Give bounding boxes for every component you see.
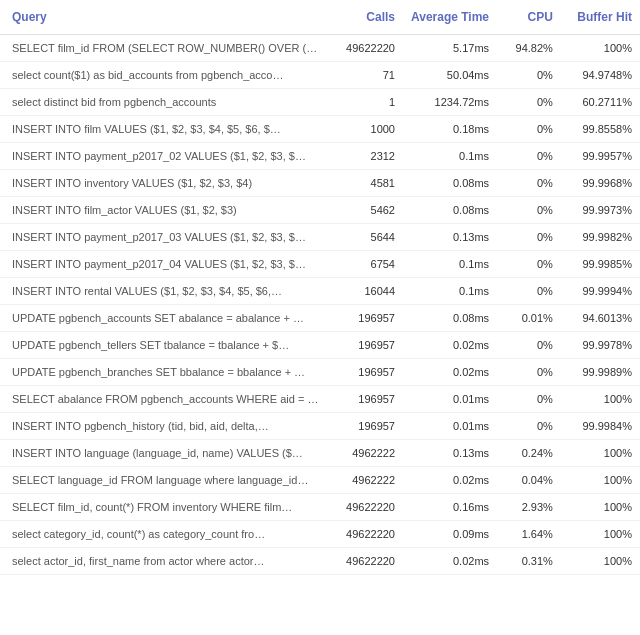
cell-calls: 196957 — [329, 359, 403, 386]
cell-buffer-hit: 94.9748% — [561, 62, 640, 89]
header-query[interactable]: Query — [0, 0, 329, 35]
cell-buffer-hit: 99.8558% — [561, 116, 640, 143]
cell-buffer-hit: 100% — [561, 467, 640, 494]
cell-avg-time: 0.02ms — [403, 467, 497, 494]
header-cpu[interactable]: CPU — [497, 0, 561, 35]
cell-calls: 49622220 — [329, 35, 403, 62]
table-row[interactable]: SELECT language_id FROM language where l… — [0, 467, 640, 494]
cell-buffer-hit: 100% — [561, 548, 640, 575]
table-row[interactable]: INSERT INTO film_actor VALUES ($1, $2, $… — [0, 197, 640, 224]
cell-avg-time: 5.17ms — [403, 35, 497, 62]
cell-calls: 196957 — [329, 413, 403, 440]
cell-calls: 71 — [329, 62, 403, 89]
table-row[interactable]: select category_id, count(*) as category… — [0, 521, 640, 548]
cell-cpu: 0.24% — [497, 440, 561, 467]
header-buffer-hit[interactable]: Buffer Hit — [561, 0, 640, 35]
table-row[interactable]: select actor_id, first_name from actor w… — [0, 548, 640, 575]
cell-cpu: 0.31% — [497, 548, 561, 575]
cell-calls: 5462 — [329, 197, 403, 224]
table-row[interactable]: INSERT INTO inventory VALUES ($1, $2, $3… — [0, 170, 640, 197]
cell-cpu: 0% — [497, 251, 561, 278]
cell-cpu: 0.04% — [497, 467, 561, 494]
table-row[interactable]: INSERT INTO payment_p2017_04 VALUES ($1,… — [0, 251, 640, 278]
cell-query: SELECT film_id FROM (SELECT ROW_NUMBER()… — [0, 35, 329, 62]
cell-buffer-hit: 100% — [561, 521, 640, 548]
table-row[interactable]: SELECT abalance FROM pgbench_accounts WH… — [0, 386, 640, 413]
cell-buffer-hit: 60.2711% — [561, 89, 640, 116]
cell-query: INSERT INTO film_actor VALUES ($1, $2, $… — [0, 197, 329, 224]
cell-query: select count($1) as bid_accounts from pg… — [0, 62, 329, 89]
table-row[interactable]: UPDATE pgbench_tellers SET tbalance = tb… — [0, 332, 640, 359]
table-header-row: Query Calls Average Time CPU Buffer Hit — [0, 0, 640, 35]
cell-query: UPDATE pgbench_branches SET bbalance = b… — [0, 359, 329, 386]
cell-cpu: 0% — [497, 224, 561, 251]
cell-calls: 6754 — [329, 251, 403, 278]
cell-cpu: 2.93% — [497, 494, 561, 521]
table-row[interactable]: INSERT INTO payment_p2017_03 VALUES ($1,… — [0, 224, 640, 251]
header-avg-time[interactable]: Average Time — [403, 0, 497, 35]
cell-avg-time: 0.01ms — [403, 386, 497, 413]
cell-cpu: 94.82% — [497, 35, 561, 62]
cell-buffer-hit: 99.9957% — [561, 143, 640, 170]
cell-avg-time: 0.1ms — [403, 251, 497, 278]
cell-cpu: 0% — [497, 332, 561, 359]
cell-avg-time: 50.04ms — [403, 62, 497, 89]
cell-buffer-hit: 100% — [561, 440, 640, 467]
header-calls[interactable]: Calls — [329, 0, 403, 35]
cell-calls: 49622220 — [329, 548, 403, 575]
table-row[interactable]: INSERT INTO pgbench_history (tid, bid, a… — [0, 413, 640, 440]
table-row[interactable]: INSERT INTO film VALUES ($1, $2, $3, $4,… — [0, 116, 640, 143]
cell-calls: 196957 — [329, 332, 403, 359]
table-row[interactable]: UPDATE pgbench_accounts SET abalance = a… — [0, 305, 640, 332]
cell-buffer-hit: 99.9994% — [561, 278, 640, 305]
table-row[interactable]: select count($1) as bid_accounts from pg… — [0, 62, 640, 89]
cell-avg-time: 0.02ms — [403, 332, 497, 359]
cell-buffer-hit: 100% — [561, 386, 640, 413]
cell-avg-time: 0.08ms — [403, 197, 497, 224]
table-row[interactable]: SELECT film_id FROM (SELECT ROW_NUMBER()… — [0, 35, 640, 62]
cell-cpu: 0% — [497, 197, 561, 224]
cell-cpu: 0% — [497, 89, 561, 116]
cell-buffer-hit: 99.9968% — [561, 170, 640, 197]
cell-avg-time: 1234.72ms — [403, 89, 497, 116]
cell-avg-time: 0.16ms — [403, 494, 497, 521]
query-stats-table: Query Calls Average Time CPU Buffer Hit … — [0, 0, 640, 575]
cell-cpu: 0% — [497, 278, 561, 305]
cell-buffer-hit: 99.9985% — [561, 251, 640, 278]
cell-calls: 4962222 — [329, 467, 403, 494]
cell-avg-time: 0.18ms — [403, 116, 497, 143]
table-row[interactable]: UPDATE pgbench_branches SET bbalance = b… — [0, 359, 640, 386]
cell-cpu: 0% — [497, 62, 561, 89]
table-row[interactable]: INSERT INTO rental VALUES ($1, $2, $3, $… — [0, 278, 640, 305]
cell-cpu: 0% — [497, 359, 561, 386]
cell-calls: 1 — [329, 89, 403, 116]
cell-cpu: 0% — [497, 170, 561, 197]
cell-query: SELECT language_id FROM language where l… — [0, 467, 329, 494]
cell-query: INSERT INTO pgbench_history (tid, bid, a… — [0, 413, 329, 440]
cell-cpu: 0.01% — [497, 305, 561, 332]
cell-cpu: 1.64% — [497, 521, 561, 548]
cell-query: INSERT INTO inventory VALUES ($1, $2, $3… — [0, 170, 329, 197]
cell-buffer-hit: 99.9984% — [561, 413, 640, 440]
cell-query: INSERT INTO rental VALUES ($1, $2, $3, $… — [0, 278, 329, 305]
cell-buffer-hit: 100% — [561, 494, 640, 521]
cell-calls: 196957 — [329, 386, 403, 413]
cell-cpu: 0% — [497, 386, 561, 413]
cell-avg-time: 0.08ms — [403, 305, 497, 332]
cell-query: SELECT abalance FROM pgbench_accounts WH… — [0, 386, 329, 413]
table-row[interactable]: SELECT film_id, count(*) FROM inventory … — [0, 494, 640, 521]
cell-query: select category_id, count(*) as category… — [0, 521, 329, 548]
cell-query: UPDATE pgbench_tellers SET tbalance = tb… — [0, 332, 329, 359]
cell-avg-time: 0.08ms — [403, 170, 497, 197]
cell-avg-time: 0.02ms — [403, 359, 497, 386]
cell-query: select actor_id, first_name from actor w… — [0, 548, 329, 575]
cell-avg-time: 0.13ms — [403, 440, 497, 467]
cell-calls: 4581 — [329, 170, 403, 197]
cell-query: INSERT INTO payment_p2017_03 VALUES ($1,… — [0, 224, 329, 251]
table-row[interactable]: INSERT INTO language (language_id, name)… — [0, 440, 640, 467]
cell-cpu: 0% — [497, 116, 561, 143]
cell-query: select distinct bid from pgbench_account… — [0, 89, 329, 116]
cell-calls: 5644 — [329, 224, 403, 251]
table-row[interactable]: INSERT INTO payment_p2017_02 VALUES ($1,… — [0, 143, 640, 170]
table-row[interactable]: select distinct bid from pgbench_account… — [0, 89, 640, 116]
